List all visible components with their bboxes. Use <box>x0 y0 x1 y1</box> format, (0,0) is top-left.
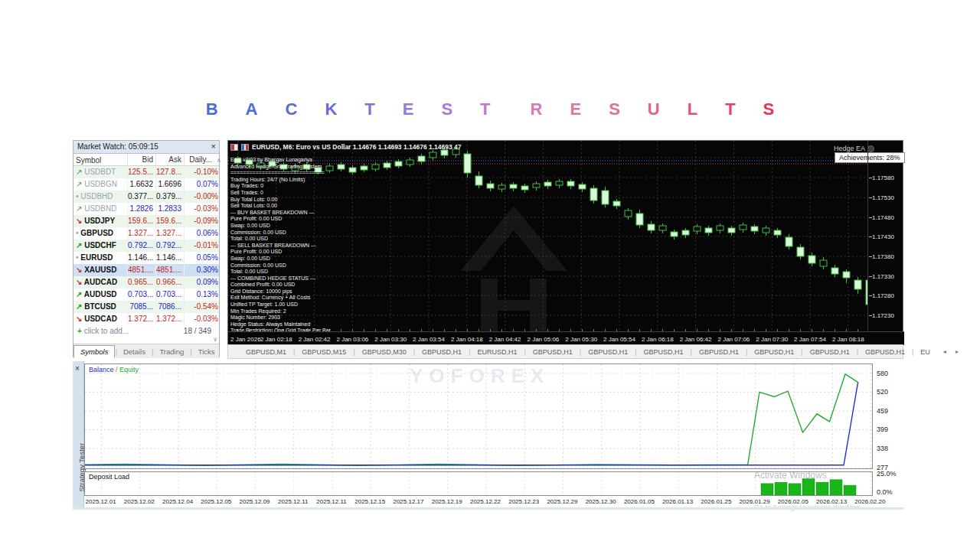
market-watch-row[interactable]: ↘ USDCAD1.372...1.372...-0.03% <box>74 313 219 325</box>
up-trend-icon: ↗ <box>76 180 84 188</box>
tester-date-label: 2026.01.13 <box>662 498 693 505</box>
tab-trading[interactable]: Trading <box>153 346 190 357</box>
market-watch-panel: Market Watch: 05:09:15 × SymbolBidAskDai… <box>73 140 220 357</box>
market-watch-row[interactable]: ↗ BTCUSD7085...7086...-0.54% <box>74 301 219 313</box>
chart-tab[interactable]: GBPUSD,H1 <box>526 348 580 356</box>
bid-cell: 0.703... <box>127 289 155 301</box>
tabs-scroll-right-icon[interactable]: ▸ <box>952 348 962 355</box>
chart-tab[interactable]: GBPUSD,M1 <box>239 348 293 356</box>
candlestick <box>808 253 815 331</box>
symbol-cell: ↘ USDCAD <box>74 313 127 325</box>
market-watch-row[interactable]: ↘ AUDCAD0.965...0.966...0.09% <box>74 276 219 289</box>
title-letter: U <box>648 99 660 119</box>
chart-tab[interactable]: GBPUSD,H1 <box>415 348 469 356</box>
add-symbol-icon[interactable]: + <box>74 327 84 335</box>
tester-date-label: 2026.01.25 <box>701 498 731 505</box>
title-letter: S <box>763 99 775 119</box>
candlestick <box>544 180 551 331</box>
ask-cell: 0.379... <box>155 191 184 203</box>
dot-trend-icon: • <box>76 229 80 237</box>
ea-overlay-line: Total: 0.00 USD <box>230 236 331 243</box>
daily-cell: 0.13% <box>184 289 220 301</box>
chart-tab[interactable]: GBPUSD,H1 <box>803 348 857 356</box>
chart-tab[interactable]: EU <box>913 348 937 356</box>
tabs-scroll-left-icon[interactable]: ◂ <box>940 348 949 355</box>
symbol-cell: • USDBHD <box>74 191 127 203</box>
deposit-load-bar <box>761 484 773 495</box>
tester-y-label: 520 <box>877 388 888 396</box>
chart-tab[interactable]: EURUSD,H1 <box>470 348 524 356</box>
tester-close-icon[interactable]: × <box>75 364 80 373</box>
chart-panel[interactable]: EURUSD, M6: Euro vs US Dollar 1.14676 1.… <box>227 140 903 344</box>
ea-overlay-line: Sell Total Lots: 0.00 <box>230 203 331 210</box>
scroll-down-icon[interactable]: ∨ <box>213 336 217 343</box>
tab-symbols[interactable]: Symbols <box>74 345 115 358</box>
market-watch-row[interactable]: • EURUSD1.146...1.146...0.05% <box>74 252 219 264</box>
ea-overlay-line: Hedge Status: Always Maintained <box>230 321 331 328</box>
market-watch-row[interactable]: ↗ USDBND1.28261.2833-0.03% <box>74 203 219 215</box>
ask-cell: 1.327... <box>155 227 184 240</box>
market-watch-row[interactable]: • USDBHD0.377...0.379...-0.00% <box>74 191 219 203</box>
column-header-ask[interactable]: Ask <box>155 154 184 166</box>
market-watch-row[interactable]: ↗ USDBGN1.66321.66960.07% <box>74 178 219 191</box>
price-axis[interactable]: 1.175801.175301.174801.174301.173801.173… <box>867 141 904 331</box>
chart-tab[interactable]: GBPUSD,H1 <box>747 348 801 356</box>
price-tick <box>869 295 872 296</box>
candlestick <box>395 159 402 331</box>
tester-y-label: 580 <box>877 370 888 377</box>
column-header-bid[interactable]: Bid <box>127 154 155 166</box>
ea-overlay-line: Commission: 0.00 USD <box>230 230 331 236</box>
deposit-pct-max: 25.0% <box>877 470 897 478</box>
column-header-daily[interactable]: Daily... <box>184 154 214 166</box>
ea-overlay-line: Combined Profit: 0.00 USD <box>230 282 331 289</box>
candlestick <box>361 164 368 331</box>
market-watch-header: Market Watch: 05:09:15 × <box>74 141 219 154</box>
bid-cell: 0.965... <box>127 276 155 289</box>
activate-windows-watermark: Activate Windows <box>754 470 827 481</box>
time-axis[interactable]: 2 Jan 20262 Jan 02:182 Jan 02:422 Jan 03… <box>228 331 904 345</box>
ea-overlay-line: Buy Trades: 0 <box>230 183 331 190</box>
market-watch-row[interactable]: ↗ AUDUSD0.703...0.703...0.13% <box>74 289 219 301</box>
tester-date-label: 2026.01.05 <box>624 498 655 505</box>
chart-tab[interactable]: GBPUSD,H1 <box>858 348 912 356</box>
up-trend-icon: ↗ <box>76 204 84 213</box>
ea-overlay-line: Swap: 0.00 USD <box>230 223 331 230</box>
ea-overlay-line: Magic Number: 2903 <box>230 315 331 321</box>
tester-date-label: 2025.12.02 <box>124 498 155 505</box>
tab-details[interactable]: Details <box>117 346 152 357</box>
title-letter: C <box>285 99 297 119</box>
chart-tab[interactable]: GBPUSD,H1 <box>637 348 691 356</box>
bid-cell: 1.146... <box>127 252 155 264</box>
chart-tab[interactable]: GBPUSD,H1 <box>692 348 746 356</box>
deposit-load-bar <box>816 482 828 495</box>
ask-cell: 1.2833 <box>155 203 184 215</box>
chart-tab[interactable]: GBPUSD,M30 <box>355 348 413 356</box>
tab-ticks[interactable]: Ticks <box>192 346 221 357</box>
market-watch-row[interactable]: • GBPUSD1.327...1.327...0.06% <box>74 227 219 240</box>
add-symbol-label[interactable]: click to add... <box>84 327 129 335</box>
market-watch-row[interactable]: ↘ USDJPY159.6...159.6...-0.09% <box>74 215 219 227</box>
ea-overlay-line: Buy Total Lots: 0.00 <box>230 197 331 204</box>
time-label: 2 Jan 05:06 <box>527 336 559 343</box>
candlestick <box>854 277 861 331</box>
scroll-up-icon[interactable]: ∧ <box>214 157 219 164</box>
market-watch-title: Market Watch: 05:09:15 <box>77 142 158 151</box>
close-icon[interactable]: × <box>211 142 216 151</box>
price-tick <box>869 315 872 316</box>
ea-status-overlay: EAS v3.03 by Bhargav LunagariyaAdvanced … <box>230 157 331 334</box>
candlestick <box>682 228 689 331</box>
column-header-symbol[interactable]: Symbol <box>74 156 127 165</box>
chart-tab[interactable]: GBPUSD,M15 <box>295 348 353 356</box>
tester-date-label: 2025.12.23 <box>508 498 539 505</box>
ea-overlay-line: Swap: 0.00 USD <box>230 256 331 262</box>
ask-cell: 4851.... <box>155 264 184 276</box>
market-watch-row[interactable]: ↗ USDBDT125.5...127.8...-0.10% <box>74 166 219 178</box>
candlestick <box>418 154 425 331</box>
market-watch-row[interactable]: ↘ XAUUSD4851....4851....0.30% <box>74 264 219 276</box>
up-trend-icon: ↗ <box>76 241 84 249</box>
market-watch-row[interactable]: ↗ USDCHF0.792...0.792...-0.01% <box>74 240 219 252</box>
price-label: 1.17480 <box>872 214 894 221</box>
bid-cell: 1.372... <box>127 313 155 325</box>
chart-tab[interactable]: GBPUSD,H1 <box>581 348 635 356</box>
bid-cell: 4851.... <box>127 264 155 276</box>
